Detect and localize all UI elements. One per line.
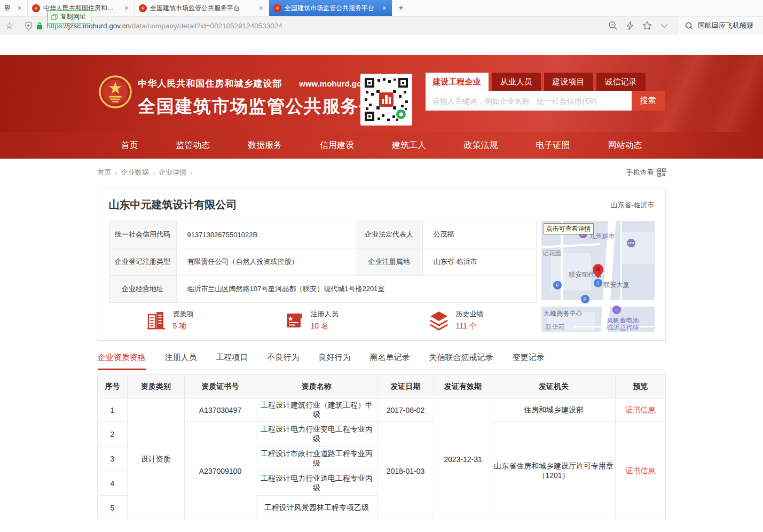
favorite-star-icon[interactable] bbox=[642, 21, 652, 30]
emblem-favicon-icon: ★ bbox=[273, 4, 281, 12]
stat-value: 111 个 bbox=[456, 322, 484, 331]
tab-dishonesty-records[interactable]: 失信联合惩戒记录 bbox=[429, 353, 493, 370]
mobile-qr-icon[interactable] bbox=[657, 168, 666, 177]
mobile-view-link[interactable]: 手机查看 bbox=[626, 168, 666, 177]
map-label-tower: 联安大厦 bbox=[604, 280, 630, 290]
qualification-name: 工程设计市政行业道路工程专业丙级 bbox=[256, 447, 377, 471]
nav-item-data-service[interactable]: 数据服务 bbox=[248, 140, 282, 151]
table-header-row: 序号 资质类别 资质证书号 资质名称 发证日期 发证有效期 发证机关 预览 bbox=[98, 375, 666, 398]
certificate-badge-icon bbox=[284, 310, 304, 331]
tab-projects[interactable]: 工程项目 bbox=[216, 353, 248, 370]
tab-close-icon[interactable]: × bbox=[17, 4, 23, 12]
zoom-out-icon[interactable] bbox=[608, 21, 618, 30]
tab-blacklist[interactable]: 黑名单记录 bbox=[370, 353, 410, 370]
tab-close-icon[interactable]: × bbox=[258, 4, 264, 12]
col-header-authority: 发证机关 bbox=[492, 375, 616, 398]
site-search-module: 建设工程企业 从业人员 建设项目 诚信记录 搜索 bbox=[426, 73, 665, 111]
table-row: 企业经营地址 临沂市兰山区陶然路107号星河晶都（联安）现代城1号楼2201室 bbox=[109, 276, 536, 303]
stat-label: 历史业绩 bbox=[456, 309, 484, 319]
company-name: 山东中元建筑设计有限公司 bbox=[109, 198, 237, 212]
stat-registered-personnel[interactable]: 注册人员 10 名 bbox=[284, 309, 339, 331]
nav-item-certificate[interactable]: 电子证照 bbox=[536, 140, 570, 151]
certificate-info-link[interactable]: 证书信息 bbox=[626, 466, 656, 475]
search-tab-credit[interactable]: 诚信记录 bbox=[596, 73, 646, 91]
nav-item-credit[interactable]: 信用建设 bbox=[320, 140, 354, 151]
company-region: 山东省-临沂市 bbox=[610, 200, 654, 210]
cert-no: A137030497 bbox=[185, 398, 256, 422]
qualification-category: 设计资质 bbox=[128, 398, 185, 520]
bookmark-star-icon[interactable]: ☆ bbox=[5, 20, 13, 32]
url-bar[interactable]: https://jzsc.mohurd.gov.cn/data/company/… bbox=[20, 17, 599, 35]
search-tab-enterprise[interactable]: 建设工程企业 bbox=[426, 73, 489, 91]
nav-item-home[interactable]: 首页 bbox=[121, 140, 138, 151]
company-stats: 资质项 5 项 注册人员 10 名 历史业绩 bbox=[98, 309, 531, 337]
browser-tab-partial[interactable]: 界 × bbox=[0, 0, 28, 16]
nav-item-policy[interactable]: 政策法规 bbox=[464, 140, 498, 151]
copy-url-label: 复制网址 bbox=[60, 12, 86, 21]
validity-date: 2023-12-31 bbox=[434, 398, 492, 520]
qualification-table: 序号 资质类别 资质证书号 资质名称 发证日期 发证有效期 发证机关 预览 1 … bbox=[97, 374, 666, 520]
battery-pin-icon: ⌂ bbox=[612, 306, 621, 314]
new-tab-button[interactable]: + bbox=[392, 0, 410, 16]
map-label-garden: 记花园 bbox=[542, 249, 562, 258]
tab-label: 全国建筑市场监管公共服务平台 bbox=[285, 4, 378, 13]
tower-pin-icon: ▯ bbox=[594, 279, 602, 287]
tab-close-icon[interactable]: × bbox=[381, 4, 388, 12]
quick-search-suggestion[interactable]: 国航回应飞机颠簸 bbox=[698, 21, 753, 30]
table-row: 1 设计资质 A137030497 工程设计建筑行业（建筑工程）甲级 2017-… bbox=[98, 398, 666, 422]
search-button[interactable]: 搜索 bbox=[632, 91, 665, 111]
map-block bbox=[622, 232, 654, 264]
chevron-down-icon[interactable] bbox=[660, 24, 668, 28]
browser-tab-active[interactable]: ★ 全国建筑市场监管公共服务平台 × bbox=[269, 0, 392, 16]
shield-icon[interactable] bbox=[25, 21, 33, 30]
breadcrumb-company-data[interactable]: 企业数据 bbox=[121, 168, 149, 177]
page-top-whitespace bbox=[0, 35, 763, 55]
nav-item-supervision[interactable]: 监管动态 bbox=[176, 140, 210, 151]
qualification-name: 工程设计风景园林工程专项乙级 bbox=[256, 496, 377, 520]
tab-good-behavior[interactable]: 良好行为 bbox=[319, 353, 351, 370]
quick-search-box[interactable]: 国航回应飞机颠簸 bbox=[678, 17, 763, 35]
breadcrumb-home[interactable]: 首页 bbox=[98, 168, 112, 177]
search-category-tabs: 建设工程企业 从业人员 建设项目 诚信记录 bbox=[426, 73, 665, 91]
site-title-block: 中华人民共和国住房和城乡建设部 www.mohurd.gov.cn 全国建筑市场… bbox=[138, 77, 396, 119]
map-label-battery2: 临沂总代理 bbox=[607, 323, 639, 332]
lightning-icon[interactable] bbox=[626, 21, 634, 30]
col-header-no: 序号 bbox=[98, 375, 128, 398]
legal-rep-label: 企业法定代表人 bbox=[356, 221, 422, 248]
detail-section-tabs: 企业资质资格 注册人员 工程项目 不良行为 良好行为 黑名单记录 失信联合惩戒记… bbox=[98, 353, 666, 370]
copy-icon bbox=[51, 14, 58, 20]
tab-registered-personnel[interactable]: 注册人员 bbox=[165, 353, 197, 370]
stat-value: 5 项 bbox=[173, 322, 194, 331]
tab-label: 全国建筑市场监管公共服务平台 bbox=[150, 4, 255, 13]
map-hint-label[interactable]: 点击可查看详情 bbox=[544, 223, 594, 234]
stat-label: 注册人员 bbox=[311, 309, 339, 319]
tab-close-icon[interactable]: × bbox=[123, 4, 130, 12]
stat-historical-performance[interactable]: 历史业绩 111 个 bbox=[428, 309, 484, 331]
location-map[interactable]: 点击可查看详情 ⌂ 九州超市 ATM 记花园 联安现代城 ▯ 联安大厦 P P … bbox=[541, 221, 655, 332]
stat-qualifications[interactable]: 资质项 5 项 bbox=[146, 309, 194, 331]
breadcrumb-sep-icon: › bbox=[153, 169, 155, 177]
search-tab-personnel[interactable]: 从业人员 bbox=[492, 73, 541, 91]
reg-place-label: 企业注册属地 bbox=[356, 248, 422, 276]
browser-toolbar: ☆ https://jzsc.mohurd.gov.cn/data/compan… bbox=[0, 17, 763, 35]
credit-code-value: 91371302675501022B bbox=[176, 221, 356, 248]
tab-bad-behavior[interactable]: 不良行为 bbox=[268, 353, 300, 370]
search-icon bbox=[685, 22, 693, 30]
tab-change-records[interactable]: 变更记录 bbox=[513, 353, 545, 370]
address-value: 临沂市兰山区陶然路107号星河晶都（联安）现代城1号楼2201室 bbox=[176, 276, 536, 303]
col-header-issue-date: 发证日期 bbox=[377, 375, 434, 398]
breadcrumb: 首页 › 企业数据 › 企业详情 › 手机查看 bbox=[98, 168, 666, 177]
cert-no: A237009100 bbox=[185, 422, 256, 520]
browser-tab-jzsc[interactable]: ★ 全国建筑市场监管公共服务平台 × bbox=[135, 0, 269, 16]
qr-code-icon bbox=[364, 77, 409, 122]
tab-qualifications[interactable]: 企业资质资格 bbox=[98, 353, 146, 370]
nav-item-site-news[interactable]: 网站动态 bbox=[608, 140, 642, 151]
breadcrumb-company-detail[interactable]: 企业详情 bbox=[159, 168, 186, 177]
certificate-info-link[interactable]: 证书信息 bbox=[626, 405, 656, 414]
building-icon bbox=[146, 310, 167, 331]
reg-place-value: 山东省-临沂市 bbox=[422, 248, 536, 276]
company-info-table: 统一社会信用代码 91371302675501022B 企业法定代表人 公茂福 … bbox=[109, 221, 537, 303]
search-tab-project[interactable]: 建设项目 bbox=[544, 73, 593, 91]
keyword-search-input[interactable] bbox=[426, 91, 632, 111]
nav-item-workers[interactable]: 建筑工人 bbox=[392, 140, 426, 151]
